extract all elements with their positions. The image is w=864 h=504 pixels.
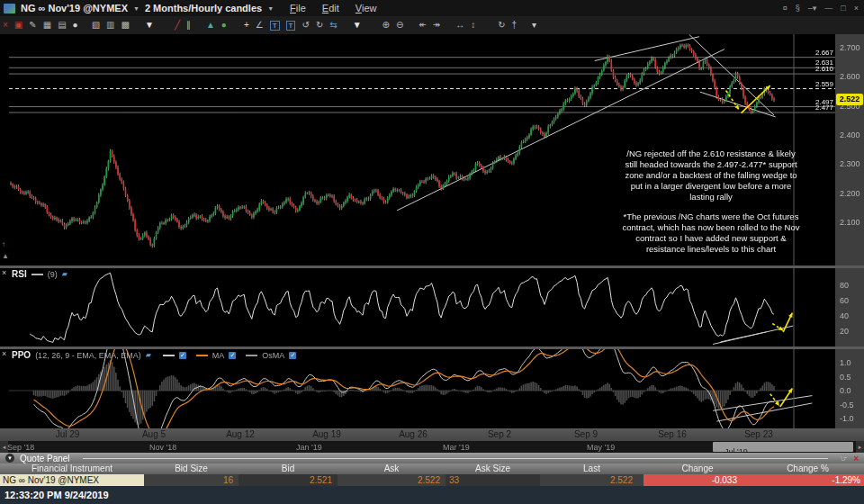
- column-header-change-pct[interactable]: Change %: [752, 464, 864, 474]
- window-controls: ¤§–▾—□×: [783, 4, 864, 13]
- column-header-change[interactable]: Change: [644, 464, 752, 474]
- price-tick-label: 2.200: [840, 189, 860, 198]
- column-header-bid-size[interactable]: Bid Size: [144, 464, 238, 474]
- quote-cell-instrument[interactable]: NG ∞ Nov'19 @NYMEX: [0, 474, 144, 486]
- ppo-ma-label: MA: [212, 351, 225, 360]
- column-header-ask-size[interactable]: Ask Size: [446, 464, 540, 474]
- ppo-params: (12, 26, 9 - EMA, EMA, EMA): [35, 351, 141, 360]
- layers-icon[interactable]: ▤: [58, 20, 66, 31]
- date-label: Aug 12: [219, 429, 262, 439]
- selection-box-icon[interactable]: ▣: [14, 20, 22, 31]
- wrench-icon[interactable]: †: [512, 20, 518, 31]
- date-label: Jul 29: [46, 429, 89, 439]
- column-header-last[interactable]: Last: [540, 464, 644, 474]
- drag-hand-icon[interactable]: ☞: [841, 454, 848, 463]
- undo-icon[interactable]: ↺: [302, 20, 309, 31]
- quote-cell-change: -0.033: [644, 474, 752, 486]
- quote-row[interactable]: NG ∞ Nov'19 @NYMEX162.5212.522332.522-0.…: [0, 474, 864, 486]
- indicator-dropdown-icon[interactable]: ▼: [353, 20, 362, 31]
- jump-start-icon[interactable]: ↞: [418, 20, 426, 31]
- app-icon: [4, 4, 15, 14]
- ppo-osma-label: OsMA: [262, 351, 284, 360]
- date-label: Sep 23: [737, 429, 780, 439]
- timeline-thumb[interactable]: Jul '19: [713, 442, 853, 452]
- column-header-ask[interactable]: Ask: [338, 464, 446, 474]
- chart-type-dropdown-icon[interactable]: ▼: [145, 20, 154, 31]
- ppo-label[interactable]: PPO: [12, 350, 31, 360]
- quote-cell-change-pct: -1.29%: [752, 474, 864, 486]
- rsi-params: (9): [48, 270, 58, 279]
- timeframe-selector[interactable]: 2 Months/Hourly candles: [145, 3, 262, 14]
- ppo-line-checkbox[interactable]: ✓: [179, 352, 186, 359]
- column-header-bid[interactable]: Bid: [238, 464, 338, 474]
- minimize-icon[interactable]: —: [824, 4, 832, 13]
- timeline-label: Sep '18: [7, 443, 34, 452]
- price-tick-label: 2.700: [840, 43, 860, 52]
- date-label: Sep 2: [478, 429, 521, 439]
- ppo-chart-canvas[interactable]: [9, 349, 835, 428]
- expand-vertical-icon[interactable]: ↕: [471, 20, 475, 31]
- ppo-tick-label: -0.5: [840, 400, 854, 410]
- rsi-label[interactable]: RSI: [12, 269, 27, 279]
- quote-cell-bid-size: 16: [144, 474, 238, 486]
- redo-icon[interactable]: ↻: [316, 20, 323, 31]
- quote-panel-collapse-icon[interactable]: ▼: [5, 454, 14, 463]
- annotation-paragraph-1: /NG rejected off the 2.610 resistance & …: [621, 148, 801, 202]
- jump-end-icon[interactable]: ↠: [433, 20, 440, 31]
- link-windows-icon[interactable]: §: [796, 4, 800, 13]
- zoom-out-icon[interactable]: ⊖: [396, 20, 403, 31]
- ppo-osma-checkbox[interactable]: ✓: [289, 352, 296, 359]
- ppo-osma-swatch: [246, 355, 257, 356]
- pin-window-icon[interactable]: –▾: [808, 4, 817, 13]
- menu-edit[interactable]: Edit: [322, 3, 339, 14]
- grid-icon[interactable]: ▦: [43, 20, 51, 31]
- scroll-right-icon[interactable]: ▸: [856, 441, 864, 453]
- close-icon[interactable]: ×: [854, 4, 859, 13]
- sphere-icon[interactable]: ●: [73, 20, 78, 31]
- text-note-icon[interactable]: T: [286, 21, 296, 31]
- zoom-in-icon[interactable]: ⊕: [382, 20, 390, 31]
- title-bar: NG ∞ Nov'19 @NYMEX ▼ 2 Months/Hourly can…: [0, 0, 864, 16]
- timeline-scrollbar[interactable]: ◂ Jul '19 ▸ Sep '18Nov '18Jan '19Mar '19…: [0, 441, 864, 453]
- rsi-close-icon[interactable]: ×: [2, 269, 6, 277]
- timeline-label: Jan '19: [296, 443, 322, 452]
- timeline-label: Nov '18: [149, 443, 176, 452]
- draw-pencil-icon[interactable]: ✎: [29, 20, 36, 31]
- expand-horizontal-icon[interactable]: ↔: [455, 20, 464, 31]
- ppo-tick-label: 0.5: [840, 373, 851, 382]
- quote-panel-close-icon[interactable]: ×: [853, 454, 859, 464]
- crosshair-icon[interactable]: +: [244, 20, 249, 31]
- volume-bars-icon[interactable]: ∥: [186, 20, 191, 31]
- text-box-icon[interactable]: T: [270, 21, 280, 31]
- price-level-label: 2.667: [796, 49, 833, 57]
- blue-arrow-marker-icon[interactable]: ↑: [2, 241, 5, 248]
- layout-icon[interactable]: ▥: [106, 20, 114, 31]
- refresh-icon[interactable]: ↻: [498, 20, 505, 31]
- ppo-ma-checkbox[interactable]: ✓: [229, 352, 236, 359]
- ppo-close-icon[interactable]: ×: [2, 350, 6, 358]
- shape-circle-icon[interactable]: ●: [221, 20, 227, 31]
- symbol-dropdown-caret-icon[interactable]: ▼: [133, 5, 140, 12]
- delete-drawing-icon[interactable]: ×: [3, 20, 8, 31]
- rsi-chart-canvas[interactable]: [9, 268, 835, 346]
- date-label: Aug 26: [392, 429, 435, 439]
- trendline-tool-icon[interactable]: ╱: [175, 20, 180, 31]
- menu-file[interactable]: File: [290, 3, 306, 14]
- column-header-instrument[interactable]: Financial Instrument: [0, 464, 144, 474]
- symbol-title[interactable]: NG ∞ Nov'19 @NYMEX: [21, 3, 128, 14]
- menu-view[interactable]: View: [356, 3, 377, 14]
- tools-dropdown-icon[interactable]: ▾: [532, 20, 536, 31]
- image-icon[interactable]: ▧: [92, 20, 100, 31]
- shape-triangle-icon[interactable]: ▲: [206, 20, 215, 31]
- maximize-icon[interactable]: □: [841, 4, 845, 13]
- ppo-ma-swatch: [196, 355, 208, 356]
- swap-arrows-icon[interactable]: ⇆: [329, 20, 337, 31]
- chart-grid-icon[interactable]: ▩: [122, 20, 130, 31]
- gray-triangle-marker-icon[interactable]: ▲: [2, 253, 9, 260]
- ppo-settings-icon[interactable]: ▰: [146, 351, 151, 359]
- date-axis[interactable]: Jul 29Aug 5Aug 12Aug 19Aug 26Sep 2Sep 9S…: [0, 428, 864, 441]
- settings-gear-icon[interactable]: ¤: [783, 4, 788, 13]
- angle-tool-icon[interactable]: ∠: [256, 20, 264, 31]
- rsi-settings-icon[interactable]: ▰: [62, 270, 68, 278]
- timeframe-dropdown-caret-icon[interactable]: ▼: [267, 5, 274, 12]
